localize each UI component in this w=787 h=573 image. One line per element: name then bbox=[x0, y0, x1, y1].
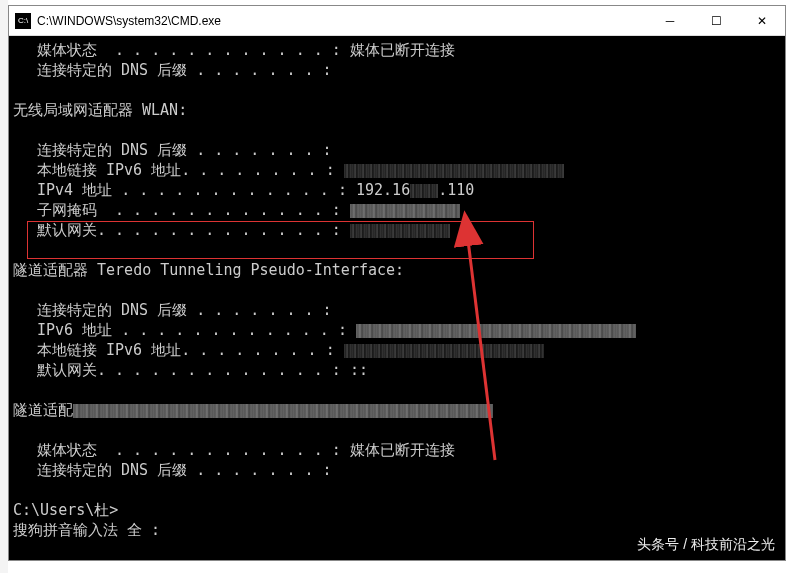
output-line: 默认网关. . . . . . . . . . . . . : :: bbox=[13, 360, 785, 380]
cmd-icon: C:\ bbox=[15, 13, 31, 29]
minimize-button[interactable]: ─ bbox=[647, 6, 693, 36]
output-line: 本地链接 IPv6 地址. . . . . . . . : bbox=[13, 340, 785, 360]
window-title: C:\WINDOWS\system32\CMD.exe bbox=[37, 14, 647, 28]
output-line: IPv6 地址 . . . . . . . . . . . . : bbox=[13, 320, 785, 340]
terminal-output[interactable]: 媒体状态 . . . . . . . . . . . . : 媒体已断开连接 连… bbox=[9, 36, 785, 560]
output-line: 子网掩码 . . . . . . . . . . . . : bbox=[13, 200, 785, 220]
output-line bbox=[13, 380, 785, 400]
output-line: 媒体状态 . . . . . . . . . . . . : 媒体已断开连接 bbox=[13, 440, 785, 460]
maximize-button[interactable]: ☐ bbox=[693, 6, 739, 36]
page-background-edge bbox=[0, 0, 8, 573]
output-line: 本地链接 IPv6 地址. . . . . . . . : bbox=[13, 160, 785, 180]
adapter-header: 无线局域网适配器 WLAN: bbox=[13, 100, 785, 120]
watermark-text: 头条号 / 科技前沿之光 bbox=[637, 534, 775, 554]
cmd-window: C:\ C:\WINDOWS\system32\CMD.exe ─ ☐ ✕ 媒体… bbox=[8, 5, 786, 561]
output-line: 连接特定的 DNS 后缀 . . . . . . . : bbox=[13, 140, 785, 160]
adapter-header: 隧道适配器 Teredo Tunneling Pseudo-Interface: bbox=[13, 260, 785, 280]
output-line: 连接特定的 DNS 后缀 . . . . . . . : bbox=[13, 300, 785, 320]
output-line: 连接特定的 DNS 后缀 . . . . . . . : bbox=[13, 460, 785, 480]
output-line: 媒体状态 . . . . . . . . . . . . : 媒体已断开连接 bbox=[13, 40, 785, 60]
output-line bbox=[13, 420, 785, 440]
window-titlebar[interactable]: C:\ C:\WINDOWS\system32\CMD.exe ─ ☐ ✕ bbox=[9, 6, 785, 36]
output-line: 隧道适配 bbox=[13, 400, 785, 420]
ipv4-line: IPv4 地址 . . . . . . . . . . . . : 192.16… bbox=[13, 180, 785, 200]
close-button[interactable]: ✕ bbox=[739, 6, 785, 36]
output-line: 默认网关. . . . . . . . . . . . . : bbox=[13, 220, 785, 240]
output-line bbox=[13, 80, 785, 100]
output-line bbox=[13, 480, 785, 500]
output-line bbox=[13, 280, 785, 300]
output-line: 连接特定的 DNS 后缀 . . . . . . . : bbox=[13, 60, 785, 80]
output-line bbox=[13, 120, 785, 140]
output-line bbox=[13, 240, 785, 260]
command-prompt: C:\Users\杜> bbox=[13, 500, 785, 520]
window-controls: ─ ☐ ✕ bbox=[647, 6, 785, 36]
